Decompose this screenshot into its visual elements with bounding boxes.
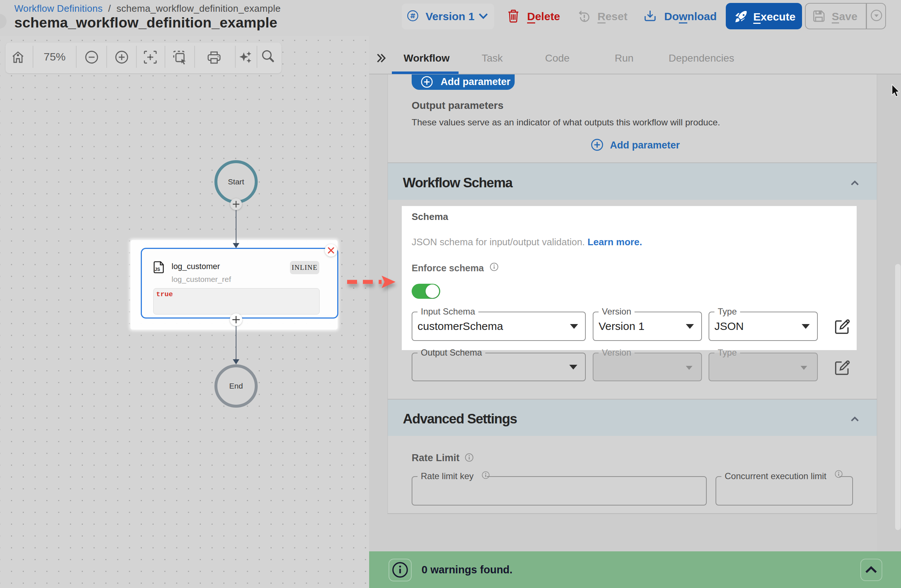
svg-text:JS: JS	[155, 267, 160, 272]
